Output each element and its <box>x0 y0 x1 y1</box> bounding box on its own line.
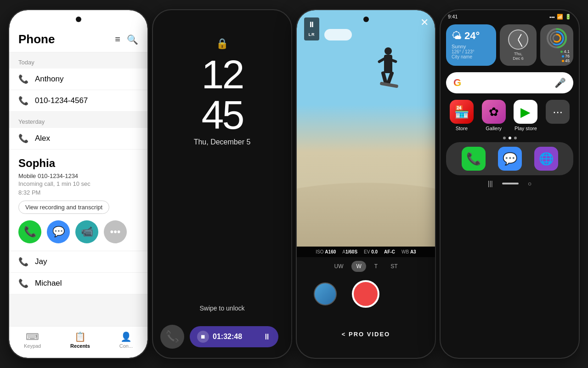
search-icon[interactable]: 🔍 <box>127 34 138 45</box>
sophia-name: Sophia <box>18 157 138 170</box>
more-button[interactable]: ••• <box>104 220 127 243</box>
message-button[interactable]: 💬 <box>47 220 70 243</box>
af-setting[interactable]: AF-C <box>384 249 395 254</box>
weather-widget[interactable]: 🌤 24° Sunny 126° / 123° City name <box>446 24 496 66</box>
iso-setting[interactable]: ISO A160 <box>316 249 336 254</box>
app-playstore[interactable]: ▶ Play store <box>512 100 540 131</box>
lens-uw[interactable]: UW <box>329 261 348 272</box>
lock-icon: 🔒 <box>216 38 228 50</box>
phone-3-screen: ⏸LR ✕ ISO A160 A1/60S EV 0.0 AF-C WB A3 … <box>297 10 435 358</box>
swipe-text[interactable]: Swipe to unlock <box>199 305 244 312</box>
nav-keypad[interactable]: ⌨ Keypad <box>24 331 41 349</box>
weather-desc: Sunny <box>452 44 491 49</box>
sophia-mobile: Mobile 010-1234-1234 <box>9 172 147 180</box>
skater-head <box>384 47 392 55</box>
app-store[interactable]: 🏪 Store <box>448 100 475 131</box>
camera-dot-1 <box>76 17 81 22</box>
shutter-setting[interactable]: A1/60S <box>342 249 357 254</box>
dock-messages[interactable]: 💬 <box>498 147 522 171</box>
nav-recents[interactable]: 📋 Recents <box>70 331 90 349</box>
sophia-card: Sophia Mobile 010-1234-1234 Incoming cal… <box>9 150 147 251</box>
gallery-label: Gallery <box>486 126 502 131</box>
back-gesture[interactable]: ||| <box>488 180 493 187</box>
widgets-row: 🌤 24° Sunny 126° / 123° City name <box>441 20 579 70</box>
clock-face <box>508 29 528 50</box>
call-name-number: 010-1234-4567 <box>35 96 138 105</box>
mic-icon[interactable]: 🎤 <box>554 77 566 88</box>
ev-setting[interactable]: EV 0.0 <box>364 249 378 254</box>
app-more[interactable]: ··· <box>544 100 571 131</box>
call-name-alex: Alex <box>35 134 138 143</box>
dock: 📞 💬 🌐 <box>446 142 573 175</box>
call-icon-michael: 📞 <box>18 278 28 288</box>
page-dot-1 <box>503 137 506 139</box>
keypad-icon: ⌨ <box>26 331 39 342</box>
call-item-alex[interactable]: 📞 Alex <box>9 128 147 150</box>
pro-video-label[interactable]: < PRO VIDEO <box>297 331 435 338</box>
lockscreen-call-button[interactable]: 📞 <box>160 325 184 349</box>
home-gesture-bar: ||| ○ <box>441 175 579 192</box>
home-gesture-pill[interactable] <box>502 183 519 184</box>
sophia-call-info: Incoming call, 1 min 10 sec <box>9 180 147 189</box>
recents-label: Recents <box>70 343 90 349</box>
rec-timer: 01:32:48 <box>213 333 259 341</box>
shutter-button[interactable] <box>352 280 379 308</box>
recent-gesture[interactable]: ○ <box>528 180 531 187</box>
wb-setting[interactable]: WB A3 <box>401 249 416 254</box>
pro-video-content: ⏸LR ✕ ISO A160 A1/60S EV 0.0 AF-C WB A3 … <box>297 10 435 358</box>
hour-hand <box>518 34 522 40</box>
google-search-bar[interactable]: G 🎤 <box>446 72 573 93</box>
app-grid: 🏪 Store ✿ Gallery ▶ Play store ··· <box>441 95 579 136</box>
phone1-bottom-nav: ⌨ Keypad 📋 Recents 👤 Con... <box>9 326 147 358</box>
view-recording-button[interactable]: View recording and transcript <box>18 201 109 214</box>
call-item-jay[interactable]: 📞 Jay <box>9 251 147 273</box>
lens-t[interactable]: T <box>370 261 382 272</box>
call-item-michael[interactable]: 📞 Michael <box>9 273 147 294</box>
close-button[interactable]: ✕ <box>420 17 429 29</box>
health-widget[interactable]: 4.1 76 45 <box>540 24 573 66</box>
minute-hand <box>518 40 522 47</box>
lens-w[interactable]: W <box>351 261 366 272</box>
recents-icon: 📋 <box>74 331 86 342</box>
filter-icon[interactable]: ≡ <box>115 34 120 45</box>
skate-photo: ⏸LR ✕ <box>297 10 435 247</box>
nav-contacts[interactable]: 👤 Con... <box>119 331 133 349</box>
wifi-icon: 📶 <box>557 14 563 20</box>
video-call-button[interactable]: 📹 <box>75 220 98 243</box>
call-item-anthony[interactable]: 📞 Anthony <box>9 69 147 90</box>
pro-controls <box>297 276 435 312</box>
google-logo: G <box>453 77 461 89</box>
dock-phone[interactable]: 📞 <box>462 147 486 171</box>
recording-pill[interactable]: ⏹ 01:32:48 ⏸ <box>190 326 278 347</box>
dock-internet[interactable]: 🌐 <box>534 147 558 171</box>
clock-widget[interactable]: Thu, Dec 6 <box>500 24 537 66</box>
call-icon-alex: 📞 <box>18 133 28 144</box>
app-gallery[interactable]: ✿ Gallery <box>480 100 508 131</box>
pro-settings-bar: ISO A160 A1/60S EV 0.0 AF-C WB A3 <box>297 247 435 257</box>
weather-sun-icon: 🌤 <box>452 30 462 42</box>
lock-date: Thu, December 5 <box>194 138 251 146</box>
call-item-number[interactable]: 📞 010-1234-4567 <box>9 90 147 112</box>
call-icon-jay: 📞 <box>18 257 28 267</box>
phone1-header-icons: ≡ 🔍 <box>115 34 138 45</box>
playstore-icon: ▶ <box>514 100 537 124</box>
contacts-icon: 👤 <box>120 331 132 342</box>
phone1-title: Phone <box>18 32 55 46</box>
health-ring <box>546 27 568 49</box>
lens-st[interactable]: ST <box>386 261 402 272</box>
keypad-label: Keypad <box>24 343 41 349</box>
playstore-label: Play store <box>514 126 537 131</box>
weather-temp: 24° <box>464 30 480 42</box>
gallery-thumbnail[interactable] <box>314 282 337 305</box>
weather-range: 126° / 123° <box>452 49 491 54</box>
phone1-content: Today 📞 Anthony 📞 010-1234-4567 Yesterda… <box>9 52 147 340</box>
phone-1-screen: Phone ≡ 🔍 Today 📞 Anthony 📞 010-1234-456… <box>9 10 147 358</box>
skater-figure <box>373 46 405 101</box>
sophia-actions: 📞 💬 📹 ••• <box>9 218 147 251</box>
call-icon-anthony: 📞 <box>18 74 28 84</box>
home-time: 9:41 <box>448 14 458 20</box>
homescreen: 9:41 ▪▪▪ 📶 🔋 🌤 24° Sunny <box>441 10 579 358</box>
call-name-michael: Michael <box>35 279 138 288</box>
health-stats: 4.1 76 45 <box>544 49 570 63</box>
call-button[interactable]: 📞 <box>18 220 41 243</box>
